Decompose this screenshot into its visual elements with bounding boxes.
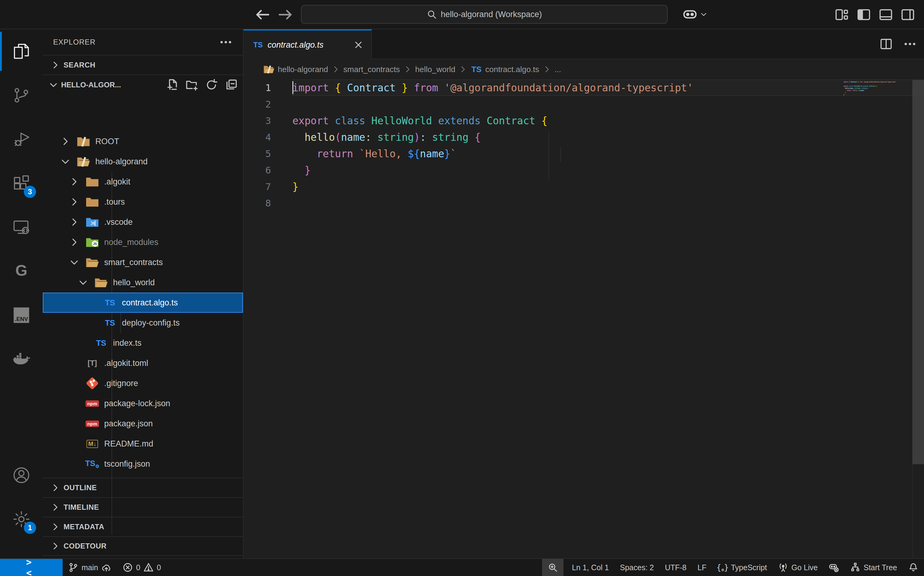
code-line-3[interactable]: 3export class HelloWorld extends Contrac… — [243, 112, 924, 129]
line-number: 6 — [243, 165, 292, 176]
eol[interactable]: LF — [692, 559, 712, 576]
tree-item-deploy-config-ts[interactable]: TSdeploy-config.ts — [43, 313, 243, 333]
problems-label-2: 0 — [157, 563, 161, 572]
line-content: } — [292, 181, 298, 193]
problems[interactable]: 00 — [117, 559, 167, 576]
toggle-primary-sidebar-icon[interactable] — [857, 5, 871, 24]
tree-item-label: package.json — [104, 419, 153, 429]
copilot-button[interactable] — [682, 5, 708, 24]
tree-item-gitignore[interactable]: .gitignore — [43, 373, 243, 394]
code-editor[interactable]: 1import { Contract } from '@algorandfoun… — [243, 79, 924, 558]
npm-icon: npm — [85, 418, 99, 430]
tree-item-label: README.md — [104, 439, 154, 449]
activity-run-and-debug-icon[interactable] — [0, 117, 43, 161]
encoding[interactable]: UTF-8 — [660, 559, 692, 576]
toggle-secondary-sidebar-icon[interactable] — [901, 5, 915, 24]
tree-item-vscode[interactable]: .vscode — [43, 212, 243, 232]
tree-item-hello-world[interactable]: hello_world — [43, 272, 243, 293]
toggle-panel-icon[interactable] — [879, 5, 893, 24]
tree-item-index-ts[interactable]: TSindex.ts — [43, 333, 243, 353]
nav-back-icon[interactable] — [253, 5, 271, 24]
close-icon[interactable] — [353, 39, 364, 50]
folderNode-icon: JS — [85, 236, 99, 248]
activity-source-control-icon[interactable] — [0, 73, 43, 117]
explorer-more-actions-icon[interactable] — [219, 35, 232, 49]
run-and-debug-icon — [11, 130, 31, 149]
breadcrumb-contract-algo-ts[interactable]: TScontract.algo.ts — [471, 64, 539, 74]
section-project[interactable]: HELLO-ALGOR... — [43, 75, 243, 95]
zoomPlus-icon — [548, 562, 558, 573]
activity-accounts-icon[interactable] — [0, 453, 43, 497]
breadcrumb-smart-contracts[interactable]: smart_contracts — [343, 65, 400, 74]
tree-item-label: .tours — [104, 197, 125, 207]
collapse-all-icon[interactable] — [224, 78, 237, 91]
section-search[interactable]: SEARCH — [43, 55, 243, 75]
tree-item-tsconfig-json[interactable]: TS⚙tsconfig.json — [43, 454, 243, 474]
code-line-4[interactable]: 4 hello(name: string): string { — [243, 129, 924, 146]
code-line-1[interactable]: 1import { Contract } from '@algorandfoun… — [243, 79, 924, 96]
section-timeline[interactable]: TIMELINE — [43, 497, 243, 517]
tree-item-algokit[interactable]: .algokit — [43, 172, 243, 192]
tree-item-tours[interactable]: .tours — [43, 192, 243, 212]
breadcrumb-hello-algorand[interactable]: hello-algorand — [263, 64, 328, 74]
git-branch-label: main — [82, 563, 98, 572]
md-icon: M↓ — [85, 438, 99, 450]
start-tree[interactable]: Start Tree — [845, 559, 903, 576]
cursor-position[interactable]: Ln 1, Col 1 — [567, 559, 615, 576]
nav-forward-icon[interactable] — [277, 5, 295, 24]
activity-gitlens-icon[interactable]: G — [0, 249, 43, 293]
code-line-2[interactable]: 2 — [243, 96, 924, 112]
activity-extensions-icon[interactable]: 3 — [0, 161, 43, 205]
tree-item-hello-algorand[interactable]: hello-algorand — [43, 152, 243, 172]
scrollbar-slider[interactable] — [913, 80, 924, 464]
tree-item-smart-contracts[interactable]: smart_contracts — [43, 252, 243, 272]
new-folder-icon[interactable] — [186, 78, 198, 91]
activity-docker-icon[interactable] — [0, 337, 43, 381]
refresh-icon[interactable] — [205, 78, 218, 91]
language-status[interactable]: {⊗}TypeScript — [712, 559, 772, 576]
tree-item-label: hello-algorand — [95, 157, 147, 166]
tree-item-readme-md[interactable]: M↓README.md — [43, 434, 243, 454]
section-outline[interactable]: OUTLINE — [43, 478, 243, 497]
tree-item-root[interactable]: ROOT — [43, 131, 243, 152]
customize-layout-icon[interactable] — [835, 5, 849, 24]
section-codetour[interactable]: CODETOUR — [43, 536, 243, 556]
line-number: 4 — [243, 132, 292, 142]
activity-settings-icon[interactable]: 1 — [0, 497, 43, 541]
code-line-8[interactable]: 8 — [243, 195, 924, 211]
activity-explorer-icon[interactable] — [0, 29, 43, 73]
new-file-icon[interactable] — [166, 78, 179, 91]
tree-item-algokit-toml[interactable]: [T].algokit.toml — [43, 353, 243, 373]
editor-more-actions-icon[interactable] — [903, 35, 917, 53]
tab-contract-algo-ts[interactable]: TS contract.algo.ts — [243, 29, 372, 59]
line-content: } — [292, 164, 311, 176]
git-branch[interactable]: main — [62, 559, 117, 576]
code-line-7[interactable]: 7} — [243, 178, 924, 195]
scrollbar[interactable] — [913, 79, 924, 558]
line-number: 8 — [243, 198, 292, 209]
tree-item-contract-algo-ts[interactable]: TScontract.algo.ts — [43, 293, 243, 313]
remote-indicator[interactable]: >< — [0, 559, 62, 576]
activity-remote-explorer-icon[interactable] — [0, 205, 43, 249]
activity-dotenv-icon[interactable]: .ENV — [0, 293, 43, 337]
copilot-status[interactable] — [823, 559, 845, 576]
tree-item-package-lock-json[interactable]: npmpackage-lock.json — [43, 394, 243, 413]
zoom-indicator[interactable] — [542, 559, 564, 576]
settings-badge: 1 — [24, 522, 36, 534]
minimap[interactable]: import { Contract } from '@algorandfound… — [843, 81, 912, 98]
code-line-6[interactable]: 6 } — [243, 162, 924, 178]
command-center-search[interactable]: hello-algorand (Workspace) — [301, 5, 668, 24]
chevron-right-icon — [69, 176, 80, 187]
tree-item-package-json[interactable]: npmpackage.json — [43, 413, 243, 434]
code-line-5[interactable]: 5 return `Hello, ${name}` — [243, 146, 924, 162]
go-live[interactable]: Go Live — [772, 559, 823, 576]
indentation[interactable]: Spaces: 2 — [615, 559, 660, 576]
notifications[interactable] — [903, 559, 924, 576]
chevron-right-icon — [50, 522, 61, 532]
tree-item-node-modules[interactable]: JSnode_modules — [43, 232, 243, 252]
section-metadata[interactable]: METADATA — [43, 517, 243, 536]
breadcrumb-[interactable]: ... — [554, 65, 561, 74]
split-editor-icon[interactable] — [879, 35, 893, 53]
command-center-label: hello-algorand (Workspace) — [440, 10, 542, 19]
breadcrumb-hello-world[interactable]: hello_world — [415, 65, 456, 74]
